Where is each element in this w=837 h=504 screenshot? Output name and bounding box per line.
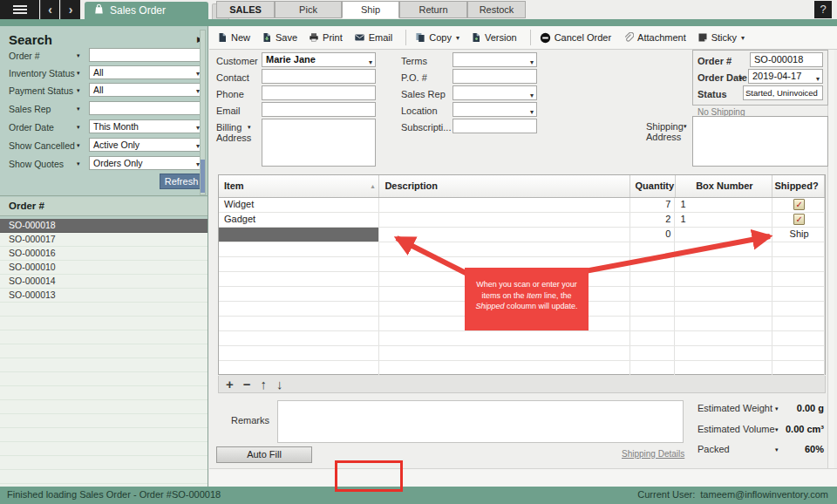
sales-rep-select[interactable]: ▾: [453, 85, 537, 100]
subscription-input[interactable]: [453, 119, 537, 133]
table-row-active[interactable]: 0 Ship: [219, 228, 825, 242]
customer-select[interactable]: Marie Jane▾: [262, 52, 376, 67]
table-row-empty[interactable]: [219, 331, 825, 346]
contact-label: Contact: [216, 72, 249, 83]
tab-sales-order[interactable]: Sales Order: [85, 2, 208, 19]
forward-button[interactable]: ›: [60, 0, 80, 19]
sticky-button[interactable]: Sticky ▾: [698, 32, 745, 43]
save-button[interactable]: Save: [262, 32, 297, 43]
chevron-down-icon[interactable]: ▾: [77, 52, 80, 59]
tab-ship[interactable]: Ship: [342, 1, 399, 18]
order-date-select[interactable]: 2019-04-17▾: [748, 69, 823, 84]
version-icon: [471, 32, 481, 43]
main-menu-button[interactable]: [0, 0, 39, 19]
version-button[interactable]: Version: [471, 32, 517, 43]
scrollbar-thumb[interactable]: [201, 160, 205, 193]
payment-status-select[interactable]: All▾: [89, 83, 203, 97]
remove-row-icon[interactable]: −: [243, 377, 251, 392]
shipped-checkbox-checked[interactable]: ✓: [793, 199, 805, 210]
location-select[interactable]: ▾: [453, 102, 537, 117]
column-header-box-number[interactable]: Box Number: [676, 175, 773, 197]
table-row-empty[interactable]: [219, 361, 825, 376]
chevron-down-icon[interactable]: ▾: [77, 70, 80, 77]
ship-cell[interactable]: Ship: [772, 228, 825, 242]
copy-button[interactable]: Copy ▾: [415, 32, 459, 43]
attachment-button[interactable]: Attachment: [623, 32, 686, 43]
move-up-icon[interactable]: ↑: [261, 377, 268, 392]
order-list-item[interactable]: SO-000016: [0, 247, 208, 261]
order-date-select[interactable]: This Month▾: [89, 119, 203, 133]
inventory-status-select[interactable]: All▾: [89, 65, 203, 79]
show-cancelled-select[interactable]: Active Only▾: [89, 138, 203, 152]
column-header-description[interactable]: Description: [379, 175, 629, 197]
phone-input[interactable]: [262, 85, 376, 100]
order-list-item[interactable]: SO-000013: [0, 289, 208, 303]
chevron-down-icon[interactable]: ▾: [684, 123, 687, 130]
print-button[interactable]: Print: [309, 32, 343, 43]
table-header-row: Item▴ Description Quantity Box Number Sh…: [219, 175, 825, 198]
chevron-down-icon: ▾: [456, 34, 459, 42]
shipping-address-label-2: Address: [646, 132, 681, 142]
chevron-down-icon[interactable]: ▾: [248, 124, 251, 131]
table-row-empty[interactable]: [219, 242, 825, 257]
order-no-filter-input[interactable]: [89, 48, 203, 62]
chevron-down-icon: ▾: [530, 89, 534, 102]
help-button[interactable]: ?: [814, 1, 832, 18]
main-scrollbar[interactable]: [827, 28, 834, 485]
remarks-textarea[interactable]: [277, 400, 684, 443]
envelope-icon: [354, 32, 365, 43]
order-list-item[interactable]: SO-000010: [0, 261, 208, 275]
chevron-down-icon[interactable]: ▾: [77, 142, 80, 149]
order-no-label: Order #: [698, 56, 732, 66]
contact-input[interactable]: [262, 69, 376, 84]
shipping-details-link[interactable]: Shipping Details: [622, 449, 684, 459]
tab-restock[interactable]: Restock: [467, 1, 526, 18]
chevron-down-icon[interactable]: ▾: [739, 75, 743, 82]
status-message: Finished loading Sales Order - Order #SO…: [7, 489, 221, 500]
billing-address-textarea[interactable]: [262, 119, 376, 167]
tab-label: Sales Order: [110, 4, 166, 17]
po-number-label: P.O. #: [401, 72, 427, 83]
tab-return[interactable]: Return: [399, 1, 467, 18]
filter-label-show-cancelled: Show Cancelled: [9, 140, 75, 151]
new-button[interactable]: New: [217, 32, 250, 43]
table-row-empty[interactable]: [219, 346, 825, 361]
auto-fill-button[interactable]: Auto Fill: [216, 446, 312, 463]
sales-rep-filter-input[interactable]: [89, 101, 203, 115]
order-list-item[interactable]: SO-000017: [0, 233, 208, 247]
filter-label-show-quotes: Show Quotes: [9, 159, 64, 169]
chevron-down-icon[interactable]: ▾: [77, 160, 80, 167]
table-row[interactable]: Widget 7 1 ✓: [219, 198, 825, 213]
terms-select[interactable]: ▾: [453, 52, 537, 67]
column-header-shipped[interactable]: Shipped?: [772, 175, 825, 197]
chevron-down-icon[interactable]: ▾: [77, 124, 80, 131]
order-no-input[interactable]: SO-000018: [750, 52, 823, 67]
table-row[interactable]: Gadget 2 1 ✓: [219, 213, 825, 228]
help-icon: ?: [820, 3, 826, 16]
cancel-order-button[interactable]: Cancel Order: [540, 32, 611, 44]
order-list-item[interactable]: SO-000014: [0, 275, 208, 289]
column-header-item[interactable]: Item▴: [219, 175, 379, 197]
move-down-icon[interactable]: ↓: [276, 377, 283, 392]
tab-sales[interactable]: SALES: [216, 1, 275, 18]
shipping-address-textarea[interactable]: [692, 116, 828, 167]
back-button[interactable]: ‹: [40, 0, 59, 19]
active-item-cell[interactable]: [219, 228, 379, 242]
email-input[interactable]: [262, 102, 376, 117]
email-button[interactable]: Email: [354, 32, 393, 43]
column-header-quantity[interactable]: Quantity: [630, 175, 676, 197]
annotation-tooltip: When you scan or enter your items on the…: [465, 268, 589, 330]
chevron-down-icon[interactable]: ▾: [77, 106, 80, 112]
shipped-checkbox-checked[interactable]: ✓: [793, 214, 805, 225]
po-number-input[interactable]: [453, 69, 537, 84]
refresh-button[interactable]: Refresh: [160, 174, 203, 189]
search-panel-scrollbar[interactable]: [200, 30, 206, 195]
search-sidebar: Search ▶ Order # ▾ Inventory Status ▾ Al…: [0, 26, 208, 487]
show-quotes-select[interactable]: Orders Only▾: [89, 156, 203, 170]
current-user: Current User:tameem@inflowinventory.com: [637, 489, 828, 500]
add-row-icon[interactable]: +: [226, 377, 234, 392]
chevron-down-icon[interactable]: ▾: [77, 87, 80, 94]
tab-pick[interactable]: Pick: [275, 1, 342, 18]
order-list-item-selected[interactable]: SO-000018: [0, 219, 208, 233]
divider: [0, 195, 208, 196]
